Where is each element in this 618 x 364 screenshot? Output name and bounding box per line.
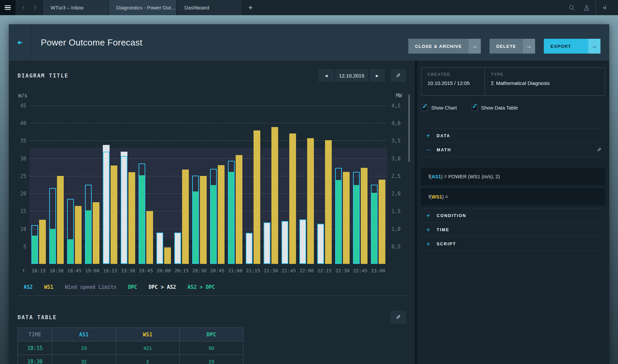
date-prev-button[interactable]: ◀	[319, 69, 334, 82]
math-formulas: f(AS1) = POWER (WS1 (m/s); 2) f(WS1) =	[421, 168, 605, 206]
export-button[interactable]: EXPORT →	[544, 39, 600, 54]
tab-wtur3-inbox[interactable]: WTur3 – Inbox	[43, 0, 109, 15]
bar-as2-outline	[139, 163, 145, 264]
table-cell: 23	[180, 355, 243, 364]
bar-group	[226, 105, 244, 264]
date-display[interactable]: 12.10.2015	[335, 69, 368, 82]
checkbox-box: ✓	[471, 104, 477, 111]
y-tick-left: 30	[20, 156, 26, 162]
bar-ws1	[182, 170, 189, 264]
x-tick-label: 19:15	[101, 268, 119, 273]
column-header-time: TIME	[18, 328, 52, 341]
x-tick-label: 20:15	[173, 268, 190, 273]
plus-icon: +	[425, 212, 431, 219]
topbar-divider	[595, 0, 596, 15]
type-label: TYPE	[491, 72, 550, 77]
bar-as2-outline	[317, 224, 324, 264]
x-tick-label: 23:00	[369, 268, 387, 273]
formula-var-ws1: WS1	[432, 194, 442, 200]
legend-item-dpc-as2[interactable]: DPC > AS2	[149, 284, 176, 290]
section-math[interactable]: — MATH ✎	[421, 143, 605, 157]
bar-as2-outline	[228, 161, 235, 264]
properties-panel: CREATED 10.10.2015 / 12:05 TYPE ΣMathema…	[417, 61, 609, 364]
y-tick-right: 0,5	[391, 244, 401, 250]
history-nav: ‹ ›	[16, 0, 43, 15]
bar-as2-outline	[371, 185, 378, 264]
chart-scrollbar[interactable]	[408, 94, 410, 162]
search-icon[interactable]	[564, 0, 579, 15]
created-label: CREATED	[428, 72, 484, 77]
y-tick-right: 2,5	[391, 173, 401, 179]
legend-item-wind-speed-limits[interactable]: Wind speed Limits	[65, 284, 117, 290]
bar-as2-outline	[156, 233, 163, 264]
chart-panel: DIAGRAM TITLE ◀ 12.10.2015 ▶ ✎ m/s MW t …	[9, 61, 415, 364]
bar-group	[262, 105, 280, 264]
pencil-icon: ✎	[396, 314, 401, 321]
hamburger-menu-button[interactable]	[0, 0, 16, 15]
x-tick-label: 22:15	[316, 268, 333, 273]
checkbox-box: ✓	[421, 104, 428, 111]
display-toggles: ✓ Show Chart ✓ Show Data Table	[421, 104, 605, 111]
bar-as2-outline	[49, 188, 56, 264]
column-header-dpc: DPC	[180, 328, 243, 341]
table-cell: 2	[116, 355, 180, 364]
forward-icon[interactable]: ›	[34, 3, 36, 11]
x-tick-label: 20:00	[155, 268, 173, 273]
bar-as2-outline	[121, 156, 127, 264]
bar-as2-outline	[103, 152, 110, 264]
x-tick-label: 18:30	[48, 268, 65, 273]
section-data[interactable]: + DATA	[421, 128, 605, 143]
math-edit-button[interactable]: ✎	[597, 147, 601, 153]
formula-ws1[interactable]: f(WS1) =	[421, 188, 605, 206]
section-condition[interactable]: + CONDITION	[421, 208, 605, 223]
bar-ws1	[57, 176, 64, 264]
show-chart-checkbox[interactable]: ✓ Show Chart	[421, 104, 457, 111]
bar-as2-outline	[282, 221, 288, 264]
column-header-ws1: WS1	[116, 328, 180, 341]
bar-ws1	[164, 247, 171, 264]
bar-ws1	[39, 220, 46, 264]
legend-item-ws1[interactable]: WS1	[44, 284, 53, 290]
x-axis-t-label: t	[22, 268, 25, 273]
back-button[interactable]	[9, 24, 31, 61]
bar-as2-outline	[264, 222, 270, 264]
section-script[interactable]: + SCRIPT	[421, 237, 605, 251]
bar-ws1	[379, 180, 385, 264]
back-arrow-icon	[17, 40, 23, 45]
x-tick-label: 18:45	[65, 268, 83, 273]
legend-item-as2-dpc[interactable]: AS2 > DPC	[187, 284, 215, 290]
tab-dashboard[interactable]: Dashboard	[177, 0, 242, 15]
legend-item-as2[interactable]: AS2	[24, 284, 33, 290]
delete-button[interactable]: DELETE →	[490, 39, 535, 54]
formula-as1[interactable]: f(AS1) = POWER (WS1 (m/s); 2)	[421, 168, 605, 185]
date-next-button[interactable]: ▶	[370, 69, 385, 82]
info-panel-toggle-icon[interactable]: ◂i	[597, 0, 612, 15]
section-time[interactable]: + TIME	[421, 223, 605, 237]
chart-legend: AS2WS1Wind speed LimitsDPCDPC > AS2AS2 >…	[18, 284, 406, 290]
user-icon[interactable]	[579, 0, 594, 15]
bar-as2-outline	[31, 225, 38, 264]
plus-icon: +	[425, 132, 431, 139]
x-tick-label: 21:30	[262, 268, 280, 273]
legend-item-dpc[interactable]: DPC	[128, 284, 137, 290]
x-tick-label: 19:30	[119, 268, 137, 273]
diagram-edit-button[interactable]: ✎	[391, 69, 406, 82]
bar-as2-outline	[246, 233, 253, 264]
x-tick-label: 21:00	[226, 268, 244, 273]
bar-ws1	[218, 165, 225, 264]
y-tick-left: 10	[20, 226, 26, 232]
data-table-edit-button[interactable]: ✎	[391, 311, 406, 324]
show-data-table-checkbox[interactable]: ✓ Show Data Table	[471, 104, 518, 111]
type-cell: TYPE ΣMathematical Diagnosis	[485, 68, 550, 95]
close-archive-button[interactable]: CLOSE & ARCHIVE →	[408, 39, 481, 54]
bar-group	[369, 105, 387, 264]
y-tick-right: 1,0	[391, 226, 401, 232]
back-icon[interactable]: ‹	[22, 3, 25, 11]
new-tab-button[interactable]: +	[242, 0, 259, 15]
tab-diagnostics-power-outcome[interactable]: Diagnostics - Power Out...	[109, 0, 177, 15]
bar-group	[173, 105, 190, 264]
table-row: 18:152342150	[18, 341, 243, 355]
main-panel: Power Outcome Forecast CLOSE & ARCHIVE →…	[9, 24, 609, 364]
bar-group	[208, 105, 226, 264]
bar-ws1	[361, 168, 367, 264]
